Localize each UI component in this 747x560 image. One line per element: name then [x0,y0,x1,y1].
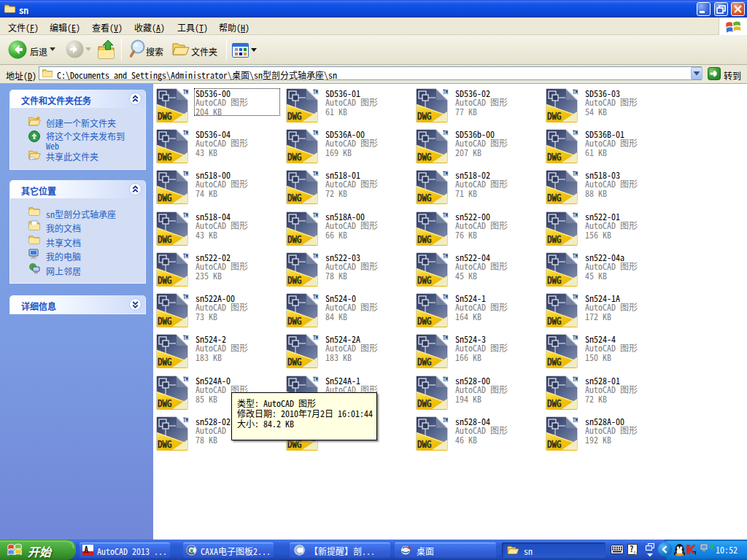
svg-text:?: ? [630,544,634,554]
svg-text:A: A [84,545,89,555]
svg-text:M: M [190,548,193,555]
